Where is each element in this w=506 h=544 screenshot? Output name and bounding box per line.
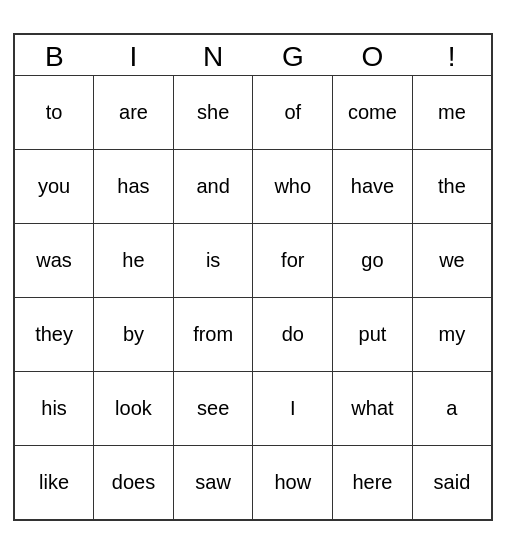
grid-cell-1-5: the: [412, 150, 492, 224]
grid-cell-4-3: I: [253, 372, 333, 446]
grid-row-0: toaresheofcomeme: [14, 76, 492, 150]
grid-cell-1-1: has: [94, 150, 174, 224]
grid-cell-4-1: look: [94, 372, 174, 446]
grid-cell-3-0: they: [14, 298, 94, 372]
grid-cell-4-0: his: [14, 372, 94, 446]
grid-cell-3-4: put: [333, 298, 413, 372]
grid-cell-5-3: how: [253, 446, 333, 520]
grid-cell-2-3: for: [253, 224, 333, 298]
grid-cell-0-3: of: [253, 76, 333, 150]
header-letter-n: N: [173, 34, 253, 76]
grid-cell-2-0: was: [14, 224, 94, 298]
grid-row-3: theybyfromdoputmy: [14, 298, 492, 372]
bingo-header: [13, 23, 493, 33]
grid-cell-2-4: go: [333, 224, 413, 298]
grid-cell-3-1: by: [94, 298, 174, 372]
grid-cell-1-2: and: [173, 150, 253, 224]
grid-row-2: washeisforgowe: [14, 224, 492, 298]
grid-row-1: youhasandwhohavethe: [14, 150, 492, 224]
grid-cell-2-5: we: [412, 224, 492, 298]
header-letter-b: B: [14, 34, 94, 76]
header-letter-o: O: [333, 34, 413, 76]
grid-cell-5-5: said: [412, 446, 492, 520]
grid-cell-3-2: from: [173, 298, 253, 372]
grid-cell-5-2: saw: [173, 446, 253, 520]
bingo-grid: BINGO! toaresheofcomemeyouhasandwhohavet…: [13, 33, 493, 521]
grid-cell-5-0: like: [14, 446, 94, 520]
grid-row-5: likedoessawhowheresaid: [14, 446, 492, 520]
grid-cell-1-4: have: [333, 150, 413, 224]
grid-cell-1-3: who: [253, 150, 333, 224]
grid-cell-4-4: what: [333, 372, 413, 446]
grid-cell-0-5: me: [412, 76, 492, 150]
grid-cell-0-4: come: [333, 76, 413, 150]
grid-cell-1-0: you: [14, 150, 94, 224]
grid-cell-0-0: to: [14, 76, 94, 150]
grid-cell-0-2: she: [173, 76, 253, 150]
grid-cell-0-1: are: [94, 76, 174, 150]
bingo-card: BINGO! toaresheofcomemeyouhasandwhohavet…: [13, 23, 493, 521]
grid-cell-2-2: is: [173, 224, 253, 298]
header-letter-!: !: [412, 34, 492, 76]
grid-cell-3-3: do: [253, 298, 333, 372]
header-letter-i: I: [94, 34, 174, 76]
grid-row-4: hislookseeIwhata: [14, 372, 492, 446]
grid-cell-3-5: my: [412, 298, 492, 372]
grid-cell-5-1: does: [94, 446, 174, 520]
header-letter-g: G: [253, 34, 333, 76]
grid-cell-2-1: he: [94, 224, 174, 298]
grid-cell-5-4: here: [333, 446, 413, 520]
grid-cell-4-5: a: [412, 372, 492, 446]
grid-cell-4-2: see: [173, 372, 253, 446]
